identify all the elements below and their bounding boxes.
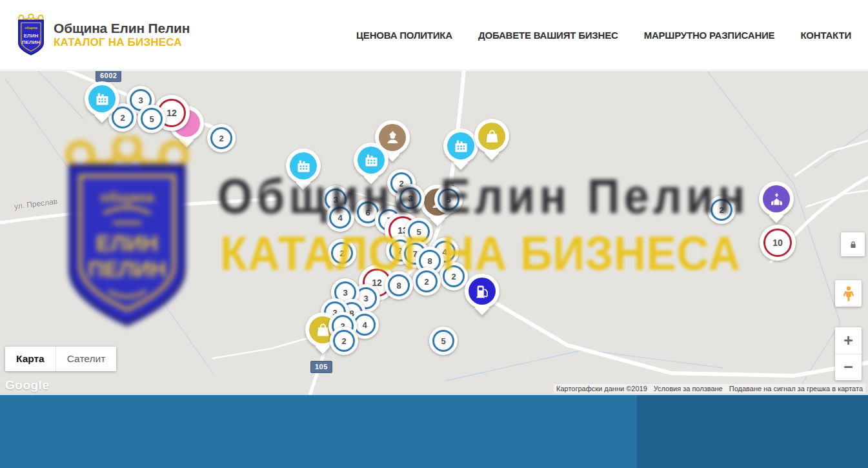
pin-marker-bag-icon[interactable]: [474, 119, 509, 154]
site-logo[interactable]: община ЕЛИН ПЕЛИН Община Елин Пелин КАТА…: [15, 14, 190, 57]
church-icon: [763, 185, 790, 212]
factory-icon: [290, 152, 317, 179]
crest-name-line2: ПЕЛИН: [22, 39, 40, 45]
nav-item-pricing[interactable]: ЦЕНОВА ПОЛИТИКА: [356, 30, 452, 41]
nav-item-route-schedule[interactable]: МАРШРУТНО РАЗПИСАНИЕ: [644, 30, 775, 41]
lock-button[interactable]: [841, 232, 865, 256]
cluster-marker[interactable]: 2: [328, 239, 356, 267]
main-nav: ЦЕНОВА ПОЛИТИКА ДОБАВЕТЕ ВАШИЯТ БИЗНЕС М…: [356, 30, 851, 41]
municipality-crest-icon: община ЕЛИН ПЕЛИН: [15, 14, 46, 57]
cluster-marker[interactable]: 2: [330, 327, 358, 355]
crest-name-line1: ЕЛИН: [24, 33, 39, 39]
cluster-marker[interactable]: 2: [412, 267, 441, 296]
attribution-terms-link[interactable]: Условия за ползване: [654, 385, 723, 392]
map-type-satellite-button[interactable]: Сателит: [56, 347, 116, 371]
map-type-control: Карта Сателит: [5, 347, 116, 371]
cluster-marker[interactable]: 5: [429, 327, 458, 355]
header: община ЕЛИН ПЕЛИН Община Елин Пелин КАТА…: [0, 0, 868, 70]
pin-marker-fuel-icon[interactable]: [465, 274, 500, 309]
map-type-map-button[interactable]: Карта: [5, 347, 56, 371]
map-attribution: Картографски данни ©2019 Условия за полз…: [554, 384, 865, 393]
pin-marker-factory-icon[interactable]: [443, 128, 478, 163]
zoom-out-button[interactable]: −: [835, 354, 862, 381]
street-view-pegman-button[interactable]: [835, 280, 862, 307]
cluster-marker[interactable]: 3: [396, 184, 425, 212]
crest-town-label: община: [25, 25, 37, 29]
cluster-marker[interactable]: 8: [385, 271, 413, 300]
search-bar: Категория Местоположение ТЪРСЕНЕ: [0, 395, 868, 468]
site-title: Община Елин Пелин: [54, 21, 190, 36]
google-logo[interactable]: Google: [5, 378, 49, 392]
zoom-control: + −: [835, 327, 862, 380]
bag-icon: [478, 123, 505, 150]
cluster-marker[interactable]: 2: [207, 124, 236, 152]
factory-icon: [447, 132, 474, 159]
factory-icon: [358, 147, 385, 174]
cluster-marker[interactable]: 2: [439, 262, 468, 290]
lock-icon: [848, 239, 858, 250]
cluster-marker[interactable]: 5: [137, 105, 166, 133]
nav-item-add-business[interactable]: ДОБАВЕТЕ ВАШИЯТ БИЗНЕС: [478, 30, 618, 41]
cluster-marker[interactable]: 4: [326, 203, 354, 232]
pin-marker-church-icon[interactable]: [759, 181, 794, 216]
search-submit-panel: [637, 395, 868, 468]
cluster-marker[interactable]: 10: [760, 225, 796, 261]
road-badge: 105: [310, 361, 332, 373]
cluster-marker[interactable]: 2: [707, 196, 736, 224]
page: община ЕЛИН ПЕЛИН Община Елин Пелин КАТА…: [0, 0, 868, 468]
pin-marker-factory-icon[interactable]: [85, 81, 119, 116]
road-badge: 6002: [96, 71, 121, 82]
cluster-marker[interactable]: 5: [434, 185, 463, 214]
zoom-in-button[interactable]: +: [835, 327, 862, 354]
attribution-copyright: Картографски данни ©2019: [556, 385, 647, 392]
map-canvas[interactable]: ул. Преславбул. „Новоселци“ции6002105 12…: [0, 71, 868, 395]
pegman-icon: [842, 285, 856, 302]
fuel-icon: [469, 278, 496, 305]
site-subtitle: КАТАЛОГ НА БИЗНЕСА: [54, 36, 190, 49]
nav-item-contacts[interactable]: КОНТАКТИ: [800, 30, 851, 41]
factory-icon: [88, 85, 116, 112]
pin-marker-factory-icon[interactable]: [286, 148, 321, 183]
attribution-report-link[interactable]: Подаване на сигнал за грешка в картата: [729, 385, 863, 392]
pin-marker-factory-icon[interactable]: [354, 143, 389, 178]
